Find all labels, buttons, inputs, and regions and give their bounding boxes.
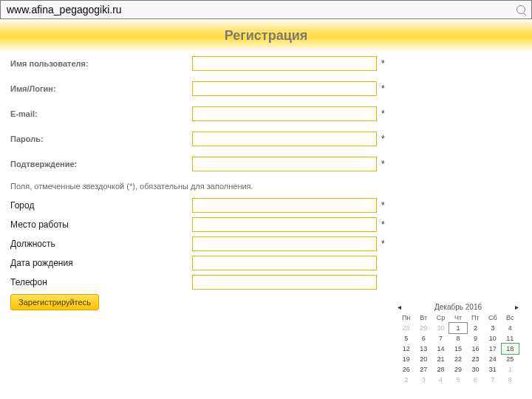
form-row: E-mail:* (10, 106, 522, 121)
field-label: Имя/Логин: (10, 84, 192, 93)
field-label: Подтверждение: (10, 160, 192, 168)
cal-day[interactable]: 23 (467, 354, 484, 364)
cal-dow: Ср (432, 313, 449, 323)
required-note: Поля, отмеченные звездочкой (*), обязате… (10, 182, 522, 191)
cal-day[interactable]: 21 (432, 354, 449, 364)
page-title: Регистрация (225, 28, 308, 44)
cal-day[interactable]: 16 (467, 344, 484, 354)
required-star: * (381, 83, 385, 94)
cal-day[interactable]: 5 (398, 333, 415, 344)
cal-day[interactable]: 15 (449, 344, 466, 354)
text-input[interactable] (192, 132, 377, 146)
page-title-bar: Регистрация (0, 19, 532, 52)
cal-day[interactable]: 28 (398, 323, 415, 333)
field-label: Имя пользователя: (10, 59, 192, 68)
cal-day[interactable]: 31 (484, 364, 501, 375)
cal-dow: Пт (467, 313, 484, 323)
cal-dow: Сб (484, 313, 501, 323)
field-label: Место работы (10, 219, 192, 230)
cal-day[interactable]: 19 (398, 354, 415, 364)
cal-day[interactable]: 2 (467, 323, 484, 333)
cal-day[interactable]: 4 (502, 323, 519, 333)
date-picker[interactable]: ◂ Декабрь 2016 ▸ ПнВтСрЧтПтСбВс 28293012… (398, 303, 519, 385)
text-input[interactable] (192, 275, 377, 290)
cal-day[interactable]: 26 (398, 364, 415, 375)
cal-day[interactable]: 8 (502, 375, 519, 385)
required-star: * (381, 58, 385, 69)
cal-day[interactable]: 29 (415, 323, 432, 333)
cal-day[interactable]: 14 (432, 344, 449, 354)
form-row: Должность* (10, 236, 522, 251)
form-row: Имя пользователя:* (10, 56, 522, 71)
cal-day[interactable]: 22 (449, 354, 466, 364)
cal-day[interactable]: 3 (415, 375, 432, 385)
form-row: Пароль:* (10, 132, 522, 146)
calendar-grid: ПнВтСрЧтПтСбВс 2829301234567891011121314… (398, 313, 519, 385)
cal-day[interactable]: 20 (415, 354, 432, 364)
required-star: * (381, 109, 385, 119)
cal-day[interactable]: 8 (449, 333, 466, 344)
cal-month: Декабрь 2016 (434, 303, 482, 311)
cal-day[interactable]: 1 (449, 323, 466, 333)
cal-day[interactable]: 17 (484, 344, 501, 354)
text-input[interactable] (192, 198, 377, 213)
cal-day[interactable]: 29 (449, 364, 466, 375)
cal-day[interactable]: 30 (432, 323, 449, 333)
field-label: E-mail: (10, 109, 192, 118)
search-icon[interactable] (516, 5, 525, 14)
page-url: www.afina_pegagogiki.ru (7, 4, 122, 16)
cal-day[interactable]: 7 (432, 333, 449, 344)
required-star: * (381, 200, 385, 211)
cal-day[interactable]: 9 (467, 333, 484, 344)
text-input[interactable] (192, 256, 377, 270)
cal-prev[interactable]: ◂ (398, 303, 401, 311)
text-input[interactable] (192, 106, 377, 121)
cal-day[interactable]: 7 (484, 375, 501, 385)
field-label: Пароль: (10, 134, 192, 143)
required-star: * (381, 159, 385, 169)
cal-day[interactable]: 30 (467, 364, 484, 375)
url-bar: www.afina_pegagogiki.ru (0, 0, 532, 19)
cal-day[interactable]: 10 (484, 333, 501, 344)
form-row: Город* (10, 198, 522, 213)
form-row: Телефон (10, 275, 522, 290)
text-input[interactable] (192, 157, 377, 171)
cal-next[interactable]: ▸ (515, 303, 519, 311)
text-input[interactable] (192, 217, 377, 232)
cal-day[interactable]: 28 (432, 364, 449, 375)
cal-day[interactable]: 6 (415, 333, 432, 344)
cal-day[interactable]: 5 (449, 375, 466, 385)
cal-day[interactable]: 27 (415, 364, 432, 375)
cal-dow: Вт (415, 313, 432, 323)
cal-day[interactable]: 2 (398, 375, 415, 385)
field-label: Дата рождения (10, 258, 192, 268)
field-label: Должность (10, 239, 192, 249)
cal-day[interactable]: 18 (502, 344, 519, 354)
text-input[interactable] (192, 81, 377, 96)
cal-day[interactable]: 4 (432, 375, 449, 385)
form-row: Дата рождения (10, 256, 522, 270)
cal-day[interactable]: 25 (502, 354, 519, 364)
field-label: Телефон (10, 277, 192, 287)
text-input[interactable] (192, 236, 377, 251)
register-button[interactable]: Зарегистрируйтесь (10, 294, 99, 310)
cal-dow: Вс (502, 313, 519, 323)
cal-day[interactable]: 12 (398, 344, 415, 354)
cal-day[interactable]: 11 (502, 333, 519, 344)
form-row: Подтверждение:* (10, 157, 522, 171)
cal-dow: Пн (398, 313, 415, 323)
text-input[interactable] (192, 56, 377, 71)
cal-day[interactable]: 1 (502, 364, 519, 375)
field-label: Город (10, 200, 192, 211)
form-row: Имя/Логин:* (10, 81, 522, 96)
cal-day[interactable]: 3 (484, 323, 501, 333)
cal-day[interactable]: 6 (467, 375, 484, 385)
required-star: * (381, 134, 385, 144)
required-star: * (381, 239, 385, 249)
cal-day[interactable]: 24 (484, 354, 501, 364)
cal-dow: Чт (449, 313, 466, 323)
cal-day[interactable]: 13 (415, 344, 432, 354)
form-row: Место работы* (10, 217, 522, 232)
required-star: * (381, 219, 385, 230)
